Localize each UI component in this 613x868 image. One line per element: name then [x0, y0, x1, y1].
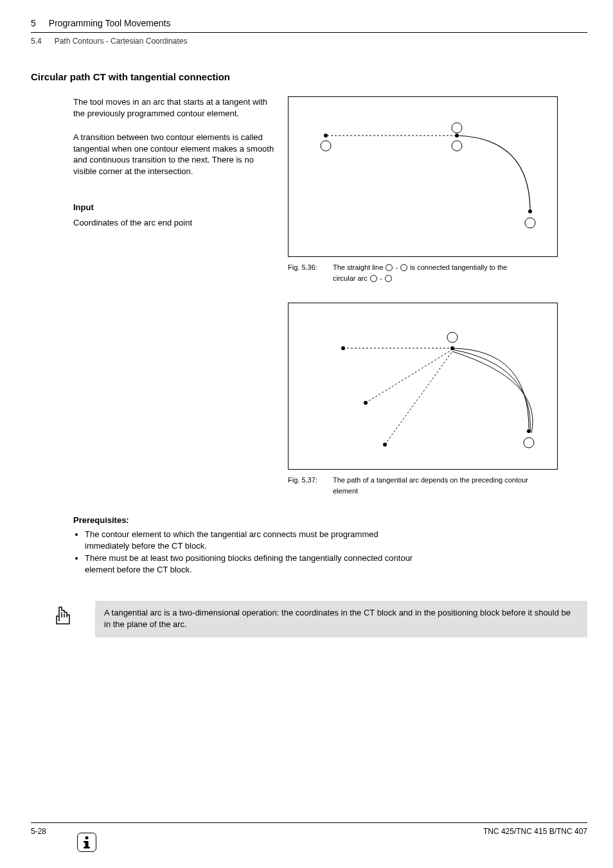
- note-text: A tangential arc is a two-dimensional op…: [95, 601, 587, 637]
- fig-num: Fig. 5.37:: [288, 475, 333, 486]
- svg-point-3: [528, 209, 532, 213]
- svg-line-13: [385, 351, 452, 445]
- fig-dash: -: [378, 274, 384, 282]
- svg-point-17: [524, 438, 534, 448]
- svg-rect-24: [84, 841, 87, 843]
- paragraph-2: A transition between two contour element…: [73, 132, 275, 177]
- circle-marker-icon: [385, 275, 392, 282]
- svg-rect-25: [84, 847, 90, 849]
- info-icon[interactable]: [77, 833, 96, 852]
- circle-marker-icon: [386, 264, 393, 271]
- page-footer: 5-28 TNC 425/TNC 415 B/TNC 407: [31, 822, 587, 836]
- svg-point-22: [85, 837, 89, 840]
- chapter-number: 5: [31, 18, 36, 28]
- right-column: Fig. 5.36:The straight line - is connect…: [288, 96, 564, 496]
- section-title: Path Contours - Cartesian Coordinates: [55, 37, 188, 46]
- document-model: TNC 425/TNC 415 B/TNC 407: [483, 827, 587, 836]
- section-line: 5.4 Path Contours - Cartesian Coordinate…: [31, 33, 587, 46]
- main-content: Circular path CT with tangential connect…: [0, 46, 613, 637]
- fig-text: The straight line: [333, 263, 385, 271]
- svg-point-16: [527, 429, 531, 433]
- chapter-line: 5 Programming Tool Movements: [31, 18, 587, 33]
- section-number: 5.4: [31, 37, 42, 46]
- prerequisites-heading: Prerequisites:: [73, 515, 587, 525]
- prerequisites-list: The contour element to which the tangent…: [73, 529, 414, 575]
- list-item: There must be at least two positioning b…: [85, 553, 414, 575]
- fig-text: is connected tangentially to the: [408, 263, 507, 271]
- fig-text: The path of a tangential arc depends on …: [333, 476, 528, 484]
- prerequisites-section: Prerequisites: The contour element to wh…: [31, 515, 587, 575]
- svg-point-12: [364, 401, 368, 405]
- svg-point-4: [321, 141, 331, 151]
- figure-5-36: [288, 96, 558, 257]
- svg-point-7: [525, 218, 535, 228]
- svg-point-6: [452, 141, 462, 151]
- circle-marker-icon: [370, 275, 377, 282]
- two-column-layout: The tool moves in an arc that starts at …: [31, 96, 587, 496]
- fig-dash: -: [393, 263, 400, 271]
- chapter-title: Programming Tool Movements: [49, 18, 171, 28]
- left-column: The tool moves in an arc that starts at …: [31, 96, 275, 496]
- input-heading: Input: [73, 202, 275, 212]
- svg-point-5: [452, 123, 462, 133]
- fig-text: circular arc: [333, 274, 369, 282]
- svg-point-9: [341, 346, 345, 350]
- figure-5-37: [288, 303, 558, 470]
- input-text: Coordinates of the arc end point: [73, 217, 275, 229]
- paragraph-1: The tool moves in an arc that starts at …: [73, 96, 275, 119]
- page-heading: Circular path CT with tangential connect…: [31, 71, 587, 82]
- page-header: 5 Programming Tool Movements 5.4 Path Co…: [0, 0, 613, 46]
- circle-marker-icon: [400, 264, 407, 271]
- svg-point-1: [324, 134, 328, 137]
- svg-point-14: [383, 443, 387, 447]
- pointing-hand-icon: [50, 602, 76, 630]
- svg-point-10: [447, 332, 458, 342]
- figure-5-37-caption: Fig. 5.37:The path of a tangential arc d…: [288, 475, 558, 496]
- page-number: 5-28: [31, 827, 46, 836]
- fig-num: Fig. 5.36:: [288, 262, 333, 273]
- list-item: The contour element to which the tangent…: [85, 529, 414, 551]
- svg-line-11: [366, 350, 452, 403]
- fig-text: element: [333, 486, 558, 497]
- figure-5-36-caption: Fig. 5.36:The straight line - is connect…: [288, 262, 558, 283]
- svg-point-15: [450, 346, 454, 350]
- note-block: A tangential arc is a two-dimensional op…: [31, 601, 587, 637]
